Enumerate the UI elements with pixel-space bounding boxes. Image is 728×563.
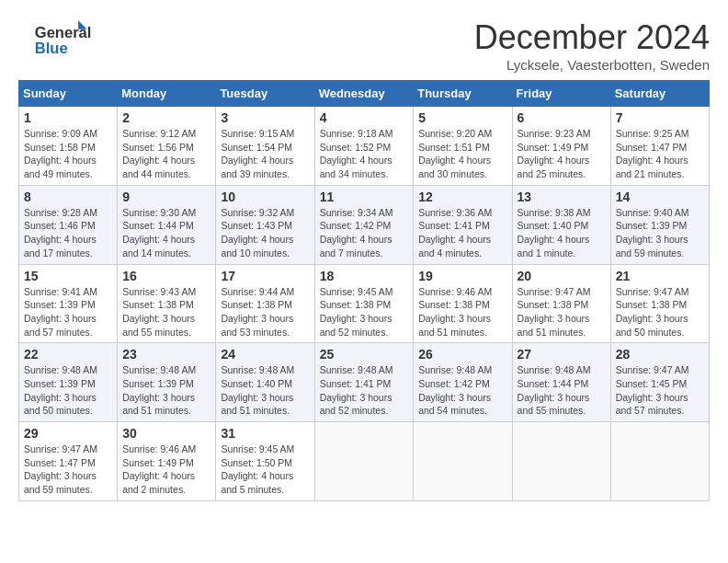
day-detail: Sunrise: 9:47 AMSunset: 1:45 PMDaylight:…: [616, 363, 704, 418]
day-detail: Sunrise: 9:32 AMSunset: 1:43 PMDaylight:…: [221, 206, 309, 260]
day-detail: Sunrise: 9:12 AMSunset: 1:56 PMDaylight:…: [122, 127, 210, 181]
day-cell-15: 15Sunrise: 9:41 AMSunset: 1:39 PMDayligh…: [19, 264, 118, 343]
day-cell-13: 13Sunrise: 9:38 AMSunset: 1:40 PMDayligh…: [512, 185, 610, 264]
day-detail: Sunrise: 9:15 AMSunset: 1:54 PMDaylight:…: [221, 127, 309, 181]
day-cell-5: 5Sunrise: 9:20 AMSunset: 1:51 PMDaylight…: [414, 107, 512, 186]
day-cell-2: 2Sunrise: 9:12 AMSunset: 1:56 PMDaylight…: [118, 107, 216, 186]
day-detail: Sunrise: 9:45 AMSunset: 1:38 PMDaylight:…: [320, 285, 409, 339]
day-number: 30: [122, 426, 210, 441]
day-number: 25: [320, 347, 409, 362]
day-number: 20: [518, 269, 606, 283]
column-header-sunday: Sunday: [19, 81, 118, 107]
day-number: 9: [122, 190, 210, 204]
day-detail: Sunrise: 9:48 AMSunset: 1:42 PMDaylight:…: [418, 363, 506, 418]
day-detail: Sunrise: 9:34 AMSunset: 1:42 PMDaylight:…: [320, 206, 409, 260]
day-detail: Sunrise: 9:28 AMSunset: 1:46 PMDaylight:…: [24, 206, 112, 260]
day-detail: Sunrise: 9:41 AMSunset: 1:39 PMDaylight:…: [24, 285, 112, 339]
day-cell-23: 23Sunrise: 9:48 AMSunset: 1:39 PMDayligh…: [118, 343, 216, 422]
week-row-3: 15Sunrise: 9:41 AMSunset: 1:39 PMDayligh…: [19, 264, 710, 343]
day-detail: Sunrise: 9:48 AMSunset: 1:40 PMDaylight:…: [221, 363, 309, 418]
day-number: 31: [221, 426, 309, 441]
day-number: 16: [122, 269, 210, 283]
day-cell-18: 18Sunrise: 9:45 AMSunset: 1:38 PMDayligh…: [314, 264, 414, 343]
day-number: 22: [24, 347, 112, 362]
day-cell-30: 30Sunrise: 9:46 AMSunset: 1:49 PMDayligh…: [118, 422, 216, 501]
day-detail: Sunrise: 9:30 AMSunset: 1:44 PMDaylight:…: [122, 206, 210, 260]
day-number: 24: [221, 347, 309, 362]
day-cell-24: 24Sunrise: 9:48 AMSunset: 1:40 PMDayligh…: [216, 343, 314, 422]
day-detail: Sunrise: 9:25 AMSunset: 1:47 PMDaylight:…: [616, 127, 704, 181]
column-header-wednesday: Wednesday: [314, 81, 414, 107]
day-cell-20: 20Sunrise: 9:47 AMSunset: 1:38 PMDayligh…: [512, 264, 610, 343]
day-cell-26: 26Sunrise: 9:48 AMSunset: 1:42 PMDayligh…: [414, 343, 512, 422]
column-header-monday: Monday: [118, 81, 216, 107]
logo-icon: General Blue: [18, 18, 101, 60]
day-cell-29: 29Sunrise: 9:47 AMSunset: 1:47 PMDayligh…: [19, 422, 118, 501]
day-cell-3: 3Sunrise: 9:15 AMSunset: 1:54 PMDaylight…: [216, 107, 314, 186]
day-cell-17: 17Sunrise: 9:44 AMSunset: 1:38 PMDayligh…: [216, 264, 314, 343]
day-cell-19: 19Sunrise: 9:46 AMSunset: 1:38 PMDayligh…: [414, 264, 512, 343]
week-row-2: 8Sunrise: 9:28 AMSunset: 1:46 PMDaylight…: [19, 185, 710, 264]
column-header-tuesday: Tuesday: [216, 81, 314, 107]
calendar-table: SundayMondayTuesdayWednesdayThursdayFrid…: [18, 80, 710, 501]
day-detail: Sunrise: 9:09 AMSunset: 1:58 PMDaylight:…: [24, 127, 112, 181]
week-row-1: 1Sunrise: 9:09 AMSunset: 1:58 PMDaylight…: [19, 107, 710, 186]
column-header-friday: Friday: [512, 81, 610, 107]
day-detail: Sunrise: 9:44 AMSunset: 1:38 PMDaylight:…: [221, 285, 309, 339]
column-header-thursday: Thursday: [414, 81, 512, 107]
day-cell-1: 1Sunrise: 9:09 AMSunset: 1:58 PMDaylight…: [19, 107, 118, 186]
day-cell-11: 11Sunrise: 9:34 AMSunset: 1:42 PMDayligh…: [314, 185, 414, 264]
day-number: 15: [24, 269, 112, 283]
day-number: 19: [418, 269, 506, 283]
day-detail: Sunrise: 9:23 AMSunset: 1:49 PMDaylight:…: [518, 127, 606, 181]
day-detail: Sunrise: 9:46 AMSunset: 1:49 PMDaylight:…: [122, 442, 210, 497]
day-number: 4: [320, 110, 409, 125]
day-detail: Sunrise: 9:46 AMSunset: 1:38 PMDaylight:…: [418, 285, 506, 339]
day-number: 18: [320, 269, 409, 283]
day-number: 12: [418, 190, 506, 204]
day-cell-9: 9Sunrise: 9:30 AMSunset: 1:44 PMDaylight…: [118, 185, 216, 264]
day-detail: Sunrise: 9:43 AMSunset: 1:38 PMDaylight:…: [122, 285, 210, 339]
title-block: December 2024 Lycksele, Vaesterbotten, S…: [474, 18, 710, 73]
day-detail: Sunrise: 9:48 AMSunset: 1:41 PMDaylight:…: [320, 363, 409, 418]
subtitle: Lycksele, Vaesterbotten, Sweden: [474, 57, 710, 73]
column-header-saturday: Saturday: [610, 81, 709, 107]
day-number: 17: [221, 269, 309, 283]
day-detail: Sunrise: 9:48 AMSunset: 1:39 PMDaylight:…: [122, 363, 210, 418]
day-number: 1: [24, 110, 112, 125]
day-number: 10: [221, 190, 309, 204]
day-detail: Sunrise: 9:18 AMSunset: 1:52 PMDaylight:…: [320, 127, 409, 181]
day-number: 2: [122, 110, 210, 125]
day-detail: Sunrise: 9:48 AMSunset: 1:44 PMDaylight:…: [518, 363, 606, 418]
day-number: 11: [320, 190, 409, 204]
day-detail: Sunrise: 9:45 AMSunset: 1:50 PMDaylight:…: [221, 442, 309, 497]
day-number: 7: [616, 110, 704, 125]
empty-cell: [314, 422, 414, 501]
week-row-4: 22Sunrise: 9:48 AMSunset: 1:39 PMDayligh…: [19, 343, 710, 422]
day-detail: Sunrise: 9:40 AMSunset: 1:39 PMDaylight:…: [616, 206, 704, 260]
day-cell-22: 22Sunrise: 9:48 AMSunset: 1:39 PMDayligh…: [19, 343, 118, 422]
page-header: General Blue December 2024 Lycksele, Vae…: [18, 18, 710, 73]
day-detail: Sunrise: 9:20 AMSunset: 1:51 PMDaylight:…: [418, 127, 506, 181]
day-number: 23: [122, 347, 210, 362]
week-row-5: 29Sunrise: 9:47 AMSunset: 1:47 PMDayligh…: [19, 422, 710, 501]
day-detail: Sunrise: 9:36 AMSunset: 1:41 PMDaylight:…: [418, 206, 506, 260]
day-detail: Sunrise: 9:47 AMSunset: 1:38 PMDaylight:…: [616, 285, 704, 339]
day-number: 28: [616, 347, 704, 362]
day-cell-14: 14Sunrise: 9:40 AMSunset: 1:39 PMDayligh…: [610, 185, 709, 264]
empty-cell: [610, 422, 709, 501]
day-number: 14: [616, 190, 704, 204]
empty-cell: [414, 422, 512, 501]
day-number: 26: [418, 347, 506, 362]
calendar-header-row: SundayMondayTuesdayWednesdayThursdayFrid…: [19, 81, 710, 107]
day-cell-31: 31Sunrise: 9:45 AMSunset: 1:50 PMDayligh…: [216, 422, 314, 501]
logo: General Blue: [18, 18, 105, 60]
day-number: 27: [518, 347, 606, 362]
day-detail: Sunrise: 9:47 AMSunset: 1:38 PMDaylight:…: [518, 285, 606, 339]
empty-cell: [512, 422, 610, 501]
day-number: 8: [24, 190, 112, 204]
day-cell-27: 27Sunrise: 9:48 AMSunset: 1:44 PMDayligh…: [512, 343, 610, 422]
day-cell-6: 6Sunrise: 9:23 AMSunset: 1:49 PMDaylight…: [512, 107, 610, 186]
day-number: 21: [616, 269, 704, 283]
day-cell-8: 8Sunrise: 9:28 AMSunset: 1:46 PMDaylight…: [19, 185, 118, 264]
